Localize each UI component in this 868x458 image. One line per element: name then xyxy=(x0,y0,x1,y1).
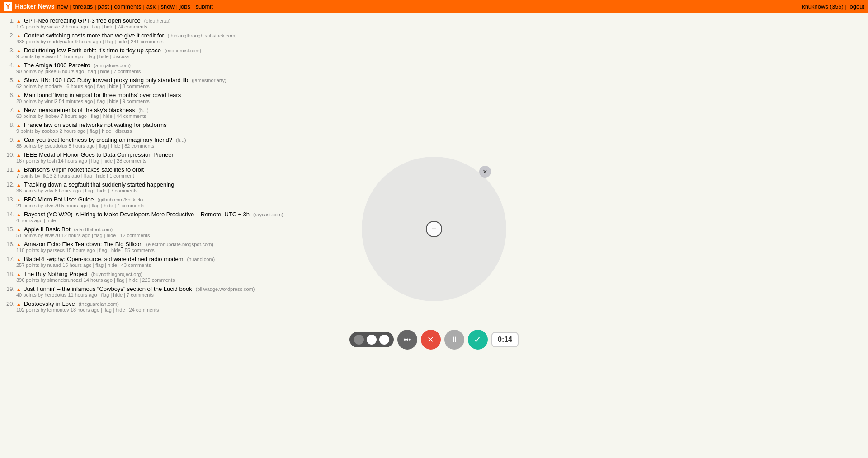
upvote-button[interactable]: ▲ xyxy=(16,197,21,202)
upvote-button[interactable]: ▲ xyxy=(16,301,21,307)
comments-link[interactable]: 55 comments xyxy=(125,248,155,253)
hide-link[interactable]: hide xyxy=(100,69,110,74)
hide-link[interactable]: hide xyxy=(97,188,107,193)
crosshair-button[interactable]: + xyxy=(426,221,442,237)
story-user-link[interactable]: jfk13 xyxy=(42,173,52,178)
hide-link[interactable]: hide xyxy=(109,84,118,89)
comments-link[interactable]: 43 comments xyxy=(121,262,151,268)
upvote-button[interactable]: ▲ xyxy=(16,182,21,187)
hide-link[interactable]: hide xyxy=(129,277,138,283)
nav-ask[interactable]: ask xyxy=(146,3,156,10)
story-user-link[interactable]: zdw xyxy=(44,188,53,193)
story-title-link[interactable]: The Amiga 1000 Parceiro xyxy=(24,62,90,69)
story-title-link[interactable]: France law on social networks not waitin… xyxy=(24,122,167,128)
story-user-link[interactable]: pseudolus xyxy=(44,143,67,149)
upvote-button[interactable]: ▲ xyxy=(16,242,21,247)
flag-link[interactable]: flag xyxy=(97,84,105,89)
nav-show[interactable]: show xyxy=(160,3,174,10)
story-title-link[interactable]: IEEE Medal of Honor Goes to Data Compres… xyxy=(24,151,174,158)
story-user-link[interactable]: nuand xyxy=(47,262,61,268)
hide-link[interactable]: hide xyxy=(103,158,113,164)
hide-link[interactable]: hide xyxy=(117,39,127,44)
upvote-button[interactable]: ▲ xyxy=(16,286,21,292)
story-title-link[interactable]: Apple II Basic Bot xyxy=(24,226,71,233)
flag-link[interactable]: flag xyxy=(92,203,100,208)
story-user-link[interactable]: simonebrunozzi xyxy=(47,277,82,283)
nav-submit[interactable]: submit xyxy=(195,3,212,10)
story-user-link[interactable]: maddynator xyxy=(47,39,74,44)
upvote-button[interactable]: ▲ xyxy=(16,78,21,83)
flag-link[interactable]: flag xyxy=(104,307,112,313)
flag-link[interactable]: flag xyxy=(99,143,107,149)
comments-link[interactable]: 44 comments xyxy=(116,113,146,119)
upvote-button[interactable]: ▲ xyxy=(16,212,21,217)
upvote-button[interactable]: ▲ xyxy=(16,167,21,173)
hide-link[interactable]: hide xyxy=(103,113,113,119)
comments-link[interactable]: 241 comments xyxy=(131,39,163,44)
nav-threads[interactable]: threads xyxy=(73,3,93,10)
comments-link[interactable]: 4 comments xyxy=(117,203,144,208)
story-title-link[interactable]: Man found 'living in airport for three m… xyxy=(24,92,181,98)
story-user-link[interactable]: elvis70 xyxy=(44,203,60,208)
story-user-link[interactable]: parsecs xyxy=(47,248,65,253)
story-title-link[interactable]: Context switching costs more than we giv… xyxy=(24,32,164,39)
nav-jobs[interactable]: jobs xyxy=(179,3,190,10)
story-title-link[interactable]: BladeRF-wiphy: Open-source, software def… xyxy=(24,256,184,262)
hide-link[interactable]: hide xyxy=(111,143,120,149)
hide-link[interactable]: hide xyxy=(99,54,109,59)
story-user-link[interactable]: vinni2 xyxy=(44,98,57,104)
flag-link[interactable]: flag xyxy=(87,54,95,59)
flag-link[interactable]: flag xyxy=(92,24,100,29)
story-title-link[interactable]: Can you treat loneliness by creating an … xyxy=(24,136,172,143)
story-title-link[interactable]: Dostoevsky in Love xyxy=(24,300,75,307)
upvote-button[interactable]: ▲ xyxy=(16,107,21,113)
upvote-button[interactable]: ▲ xyxy=(16,227,21,232)
comments-link[interactable]: discuss xyxy=(113,54,130,59)
story-user-link[interactable]: moriarty_ xyxy=(44,84,65,89)
story-title-link[interactable]: Show HN: 100 LOC Ruby forward proxy usin… xyxy=(24,77,188,84)
flag-link[interactable]: flag xyxy=(91,158,99,164)
flag-link[interactable]: flag xyxy=(90,128,98,134)
comments-link[interactable]: 7 comments xyxy=(111,188,138,193)
flag-link[interactable]: flag xyxy=(95,262,104,268)
comments-link[interactable]: 7 comments xyxy=(113,69,141,74)
story-user-link[interactable]: herodotus xyxy=(44,292,66,298)
nav-new[interactable]: new xyxy=(57,3,68,10)
story-user-link[interactable]: edward xyxy=(42,54,58,59)
story-user-link[interactable]: jdkee xyxy=(44,69,56,74)
comments-link[interactable]: 74 comments xyxy=(118,24,147,29)
flag-link[interactable]: flag xyxy=(101,292,109,298)
hide-link[interactable]: hide xyxy=(113,292,123,298)
logout-link[interactable]: logout xyxy=(849,3,864,10)
comments-link[interactable]: 12 comments xyxy=(120,233,150,238)
story-user-link[interactable]: zoobab xyxy=(42,128,58,134)
hide-link[interactable]: hide xyxy=(109,98,118,104)
comments-link[interactable]: 28 comments xyxy=(117,158,146,164)
comments-link[interactable]: 82 comments xyxy=(124,143,154,149)
comments-link[interactable]: 7 comments xyxy=(127,292,154,298)
flag-link[interactable]: flag xyxy=(99,248,107,253)
flag-link[interactable]: flag xyxy=(94,233,103,238)
nav-comments[interactable]: comments xyxy=(114,3,142,10)
hide-link[interactable]: hide xyxy=(104,203,113,208)
upvote-button[interactable]: ▲ xyxy=(16,48,21,53)
story-title-link[interactable]: GPT-Neo recreating GPT-3 free open sourc… xyxy=(24,17,141,24)
upvote-button[interactable]: ▲ xyxy=(16,271,21,277)
hide-link[interactable]: hide xyxy=(116,307,125,313)
comments-link[interactable]: 1 comment xyxy=(109,173,134,178)
hide-link[interactable]: hide xyxy=(111,248,121,253)
hide-link[interactable]: hide xyxy=(47,218,56,223)
username-link[interactable]: khuknows (355) xyxy=(802,3,844,10)
flag-link[interactable]: flag xyxy=(88,69,96,74)
comments-link[interactable]: 9 comments xyxy=(123,98,150,104)
story-title-link[interactable]: Tracking down a segfault that suddenly s… xyxy=(24,181,175,188)
comments-link[interactable]: 229 comments xyxy=(142,277,175,283)
upvote-button[interactable]: ▲ xyxy=(16,122,21,128)
flag-link[interactable]: flag xyxy=(85,188,93,193)
story-user-link[interactable]: tosh xyxy=(47,158,57,164)
story-title-link[interactable]: Branson's Virgin rocket takes satellites… xyxy=(24,166,144,173)
nav-past[interactable]: past xyxy=(98,3,109,10)
flag-link[interactable]: flag xyxy=(117,277,125,283)
story-title-link[interactable]: Amazon Echo Flex Teardown: The Big Silic… xyxy=(24,241,143,248)
flag-link[interactable]: flag xyxy=(84,173,92,178)
